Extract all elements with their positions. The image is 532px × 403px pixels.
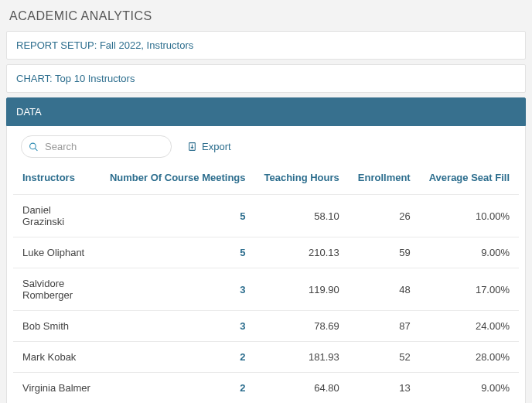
table-row[interactable]: Bob Smith378.698724.00% (13, 311, 519, 342)
cell-meetings: 2 (101, 342, 255, 373)
cell-seatfill: 9.00% (420, 373, 519, 404)
cell-meetings: 3 (101, 311, 255, 342)
data-panel: Export Instructors Number Of Course Meet… (6, 126, 526, 403)
export-label: Export (202, 141, 231, 152)
export-button[interactable]: Export (187, 141, 231, 152)
svg-point-0 (30, 143, 36, 149)
cell-instructor: Bob Smith (13, 311, 101, 342)
cell-hours: 58.10 (255, 195, 349, 237)
cell-enrollment: 87 (349, 311, 420, 342)
cell-enrollment: 13 (349, 373, 420, 404)
cell-instructor: Mark Kobak (13, 342, 101, 373)
cell-instructor: Luke Oliphant (13, 237, 101, 268)
cell-hours: 210.13 (255, 237, 349, 268)
cell-enrollment: 59 (349, 237, 420, 268)
search-icon (29, 142, 39, 152)
cell-meetings: 5 (101, 237, 255, 268)
cell-instructor: Salvidore Romberger (13, 268, 101, 311)
col-instructors[interactable]: Instructors (13, 164, 101, 195)
chart-link[interactable]: CHART: Top 10 Instructors (6, 64, 526, 93)
table-row[interactable]: Virginia Balmer264.80139.00% (13, 373, 519, 404)
cell-enrollment: 52 (349, 342, 420, 373)
svg-line-1 (35, 148, 37, 150)
search-input[interactable] (21, 135, 172, 158)
export-icon (187, 142, 197, 152)
cell-hours: 64.80 (255, 373, 349, 404)
cell-meetings: 5 (101, 195, 255, 237)
table-row[interactable]: Luke Oliphant5210.13599.00% (13, 237, 519, 268)
table-row[interactable]: Salvidore Romberger3119.904817.00% (13, 268, 519, 311)
search-wrap (21, 135, 172, 158)
table-row[interactable]: Mark Kobak2181.935228.00% (13, 342, 519, 373)
data-table: Instructors Number Of Course Meetings Te… (13, 164, 519, 403)
cell-seatfill: 24.00% (420, 311, 519, 342)
cell-seatfill: 10.00% (420, 195, 519, 237)
page-title: ACADEMIC ANALYTICS (6, 5, 526, 31)
col-meetings[interactable]: Number Of Course Meetings (101, 164, 255, 195)
cell-hours: 78.69 (255, 311, 349, 342)
cell-instructor: Virginia Balmer (13, 373, 101, 404)
cell-meetings: 3 (101, 268, 255, 311)
cell-enrollment: 26 (349, 195, 420, 237)
table-row[interactable]: Daniel Grazinski558.102610.00% (13, 195, 519, 237)
col-seatfill[interactable]: Average Seat Fill (420, 164, 519, 195)
col-hours[interactable]: Teaching Hours (255, 164, 349, 195)
cell-instructor: Daniel Grazinski (13, 195, 101, 237)
cell-seatfill: 9.00% (420, 237, 519, 268)
cell-seatfill: 28.00% (420, 342, 519, 373)
cell-meetings: 2 (101, 373, 255, 404)
cell-hours: 181.93 (255, 342, 349, 373)
report-setup-link[interactable]: REPORT SETUP: Fall 2022, Instructors (6, 31, 526, 60)
cell-hours: 119.90 (255, 268, 349, 311)
cell-enrollment: 48 (349, 268, 420, 311)
cell-seatfill: 17.00% (420, 268, 519, 311)
data-section-header[interactable]: DATA (6, 97, 526, 126)
col-enrollment[interactable]: Enrollment (349, 164, 420, 195)
